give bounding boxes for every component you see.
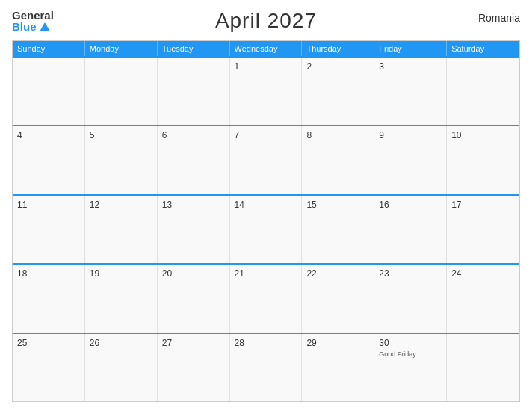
day-number: 2 xyxy=(306,61,369,73)
day-number: 9 xyxy=(379,129,442,142)
day-header-saturday: Saturday xyxy=(447,41,519,56)
day-number: 29 xyxy=(306,337,369,350)
logo: General Blue xyxy=(12,10,54,32)
week-row-1: 123 xyxy=(13,56,519,125)
day-cell: 20 xyxy=(158,265,230,332)
day-cell: 1 xyxy=(230,58,303,125)
week-row-5: 252627282930Good Friday xyxy=(13,333,519,401)
day-number: 10 xyxy=(451,129,515,142)
day-number: 1 xyxy=(235,61,297,73)
day-number: 30 xyxy=(379,337,442,350)
day-number: 21 xyxy=(235,268,297,280)
day-number: 8 xyxy=(306,129,369,142)
day-number: 27 xyxy=(162,337,225,350)
logo-blue-text: Blue xyxy=(12,21,54,32)
day-cell xyxy=(85,58,158,125)
calendar-grid: SundayMondayTuesdayWednesdayThursdayFrid… xyxy=(12,40,520,402)
day-number: 18 xyxy=(17,268,80,280)
week-row-4: 18192021222324 xyxy=(13,263,519,332)
day-number: 24 xyxy=(451,268,515,280)
day-cell: 2 xyxy=(302,58,374,125)
day-number: 7 xyxy=(235,129,297,142)
day-header-thursday: Thursday xyxy=(302,41,374,56)
logo-triangle-icon xyxy=(40,22,50,31)
day-number: 25 xyxy=(17,337,80,350)
day-number: 20 xyxy=(162,268,225,280)
logo-general-text: General xyxy=(12,10,54,21)
day-cell xyxy=(447,334,519,401)
day-cell: 18 xyxy=(13,265,85,332)
day-header-friday: Friday xyxy=(374,41,447,56)
day-cell: 9 xyxy=(374,126,447,194)
day-cell: 14 xyxy=(230,196,303,263)
day-cell: 6 xyxy=(158,126,230,194)
day-cell: 17 xyxy=(447,196,519,263)
day-number: 26 xyxy=(90,337,152,350)
day-cell xyxy=(447,58,519,125)
day-header-monday: Monday xyxy=(85,41,158,56)
country-label: Romania xyxy=(478,12,520,24)
day-number: 11 xyxy=(17,199,80,211)
day-number: 15 xyxy=(306,199,369,211)
header: General Blue April 2027 Romania xyxy=(12,9,520,33)
day-number: 22 xyxy=(306,268,369,280)
day-cell: 7 xyxy=(230,126,303,194)
day-cell: 29 xyxy=(302,334,374,401)
day-cell: 13 xyxy=(158,196,230,263)
day-number: 12 xyxy=(90,199,152,211)
day-cell xyxy=(13,58,85,125)
day-header-tuesday: Tuesday xyxy=(158,41,230,56)
day-cell: 8 xyxy=(302,126,374,194)
day-cell: 12 xyxy=(85,196,158,263)
day-number: 16 xyxy=(379,199,442,211)
day-cell: 10 xyxy=(447,126,519,194)
day-number: 5 xyxy=(90,129,152,142)
day-header-wednesday: Wednesday xyxy=(230,41,303,56)
day-cell: 4 xyxy=(13,126,85,194)
day-number: 19 xyxy=(90,268,152,280)
day-headers-row: SundayMondayTuesdayWednesdayThursdayFrid… xyxy=(13,41,519,56)
day-number: 23 xyxy=(379,268,442,280)
day-cell: 11 xyxy=(13,196,85,263)
day-cell: 30Good Friday xyxy=(374,334,447,401)
day-number: 6 xyxy=(162,129,225,142)
week-row-3: 11121314151617 xyxy=(13,194,519,263)
month-title: April 2027 xyxy=(215,9,317,33)
day-cell: 28 xyxy=(230,334,303,401)
day-cell xyxy=(158,58,230,125)
day-number: 13 xyxy=(162,199,225,211)
day-cell: 22 xyxy=(302,265,374,332)
week-row-2: 45678910 xyxy=(13,125,519,194)
day-number: 14 xyxy=(235,199,297,211)
day-cell: 27 xyxy=(158,334,230,401)
day-cell: 15 xyxy=(302,196,374,263)
day-cell: 24 xyxy=(447,265,519,332)
day-number: 3 xyxy=(379,61,442,73)
day-cell: 19 xyxy=(85,265,158,332)
day-cell: 16 xyxy=(374,196,447,263)
day-cell: 25 xyxy=(13,334,85,401)
day-cell: 3 xyxy=(374,58,447,125)
day-cell: 26 xyxy=(85,334,158,401)
day-number: 4 xyxy=(17,129,80,142)
day-header-sunday: Sunday xyxy=(13,41,85,56)
day-event-label: Good Friday xyxy=(379,350,442,359)
day-cell: 5 xyxy=(85,126,158,194)
day-number: 28 xyxy=(235,337,297,350)
day-number: 17 xyxy=(451,199,515,211)
day-cell: 21 xyxy=(230,265,303,332)
day-cell: 23 xyxy=(374,265,447,332)
calendar-page: General Blue April 2027 Romania SundayMo… xyxy=(0,0,532,411)
weeks-container: 1234567891011121314151617181920212223242… xyxy=(13,56,519,401)
